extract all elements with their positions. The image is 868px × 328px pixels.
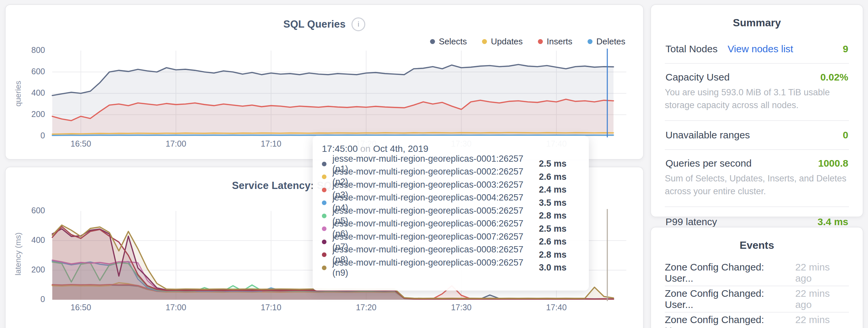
y-tick-label: 800 bbox=[12, 45, 45, 55]
x-tick-label: 17:10 bbox=[253, 139, 289, 149]
sql-queries-legend: SelectsUpdatesInsertsDeletes bbox=[430, 36, 625, 47]
node-latency-value: 2.5 ms bbox=[539, 224, 566, 234]
event-label: Zone Config Changed: User... bbox=[665, 262, 795, 284]
capacity-used-subtext: You are using 593.0 MiB of 3.1 TiB usabl… bbox=[665, 86, 849, 112]
qps-label: Queries per second bbox=[665, 158, 752, 169]
node-latency-value: 3.0 ms bbox=[539, 263, 566, 273]
node-latency-value: 2.8 ms bbox=[539, 250, 566, 260]
event-row[interactable]: Zone Config Changed: User...22 mins ago bbox=[665, 313, 849, 328]
event-row[interactable]: Zone Config Changed: User...22 mins ago bbox=[665, 286, 849, 313]
capacity-used-value: 0.02% bbox=[820, 72, 848, 83]
tooltip-date: Oct 4th, 2019 bbox=[373, 143, 428, 154]
legend-label: Inserts bbox=[547, 36, 572, 47]
y-tick-label: 0 bbox=[12, 294, 45, 304]
tooltip-time: 17:45:00 bbox=[322, 143, 358, 154]
x-tick-label: 17:00 bbox=[158, 303, 194, 312]
tooltip-rows: jesse-movr-multi-region-georeplicas-0001… bbox=[322, 157, 576, 274]
total-nodes-value: 9 bbox=[843, 43, 848, 55]
divider bbox=[665, 149, 849, 150]
p99-latency-value: 3.4 ms bbox=[818, 216, 848, 227]
x-tick-label: 17:40 bbox=[538, 303, 575, 312]
total-nodes-label: Total Nodes bbox=[665, 43, 717, 54]
qps-subtext: Sum of Selects, Updates, Inserts, and De… bbox=[665, 172, 849, 198]
y-tick-label: 0 bbox=[12, 131, 45, 140]
event-time: 22 mins ago bbox=[795, 262, 849, 284]
capacity-used-label: Capacity Used bbox=[665, 72, 730, 83]
divider bbox=[665, 63, 849, 64]
legend-item-inserts[interactable]: Inserts bbox=[538, 36, 572, 47]
event-time: 22 mins ago bbox=[795, 288, 849, 310]
node-color-dot bbox=[322, 226, 327, 231]
node-color-dot bbox=[322, 174, 327, 179]
node-latency-value: 2.6 ms bbox=[539, 237, 566, 247]
event-label: Zone Config Changed: User... bbox=[665, 288, 795, 310]
node-latency-value: 2.8 ms bbox=[539, 211, 566, 221]
tooltip-on: on bbox=[360, 143, 373, 154]
y-tick-label: 600 bbox=[12, 206, 45, 215]
x-tick-label: 16:50 bbox=[63, 303, 99, 312]
divider bbox=[665, 206, 849, 207]
node-latency-value: 2.6 ms bbox=[539, 172, 566, 182]
legend-label: Deletes bbox=[596, 36, 625, 47]
chart-tooltip: 17:45:00 on Oct 4th, 2019 jesse-movr-mul… bbox=[313, 136, 589, 291]
node-color-dot bbox=[322, 253, 327, 257]
node-color-dot bbox=[322, 162, 327, 166]
node-color-dot bbox=[322, 214, 327, 218]
view-nodes-list-link[interactable]: View nodes list bbox=[727, 43, 794, 54]
node-color-dot bbox=[322, 239, 327, 244]
qps-value: 1000.8 bbox=[818, 158, 848, 169]
x-tick-label: 17:30 bbox=[443, 303, 479, 312]
event-row[interactable]: Zone Config Changed: User...22 mins ago bbox=[665, 260, 849, 286]
summary-title: Summary bbox=[651, 5, 863, 29]
x-tick-label: 17:20 bbox=[348, 303, 384, 312]
unavailable-ranges-value: 0 bbox=[843, 130, 848, 141]
latency-y-axis-unit: latency (ms) bbox=[13, 236, 23, 275]
node-latency-value: 3.5 ms bbox=[539, 198, 566, 208]
node-latency-value: 2.4 ms bbox=[539, 185, 566, 195]
legend-label: Updates bbox=[491, 36, 523, 47]
x-tick-label: 16:50 bbox=[63, 139, 99, 149]
divider bbox=[665, 120, 849, 121]
tooltip-row: jesse-movr-multi-region-georeplicas-0009… bbox=[322, 261, 576, 274]
sql-queries-plot[interactable] bbox=[52, 47, 627, 140]
events-panel: Events Zone Config Changed: User...22 mi… bbox=[650, 227, 863, 328]
node-color-dot bbox=[322, 266, 327, 270]
tooltip-header: 17:45:00 on Oct 4th, 2019 bbox=[322, 143, 576, 154]
legend-dot bbox=[588, 39, 592, 44]
event-time: 22 mins ago bbox=[795, 314, 849, 328]
legend-item-deletes[interactable]: Deletes bbox=[588, 36, 625, 47]
legend-label: Selects bbox=[439, 36, 467, 47]
node-name: jesse-movr-multi-region-georeplicas-0009… bbox=[332, 258, 539, 278]
unavailable-ranges-label: Unavailable ranges bbox=[665, 130, 750, 141]
sql-y-axis-unit: queries bbox=[13, 74, 23, 113]
sql-queries-title: SQL Queries bbox=[283, 19, 346, 30]
info-icon[interactable]: i bbox=[351, 18, 365, 31]
legend-dot bbox=[538, 39, 543, 44]
summary-panel: Summary Total Nodes View nodes list 9 Ca… bbox=[650, 4, 863, 217]
x-tick-label: 17:00 bbox=[158, 139, 194, 149]
legend-dot bbox=[482, 39, 487, 44]
events-list: Zone Config Changed: User...22 mins agoZ… bbox=[651, 260, 863, 328]
legend-item-selects[interactable]: Selects bbox=[430, 36, 467, 47]
p99-latency-label: P99 latency bbox=[665, 216, 717, 227]
node-color-dot bbox=[322, 188, 327, 192]
legend-dot bbox=[430, 39, 435, 44]
node-color-dot bbox=[322, 200, 327, 205]
events-title: Events bbox=[651, 227, 863, 252]
legend-item-updates[interactable]: Updates bbox=[482, 36, 523, 47]
dashboard: SQL Queries i SelectsUpdatesInsertsDelet… bbox=[0, 0, 868, 328]
x-tick-label: 17:10 bbox=[253, 303, 289, 312]
event-label: Zone Config Changed: User... bbox=[665, 314, 795, 328]
node-latency-value: 2.5 ms bbox=[539, 159, 566, 169]
